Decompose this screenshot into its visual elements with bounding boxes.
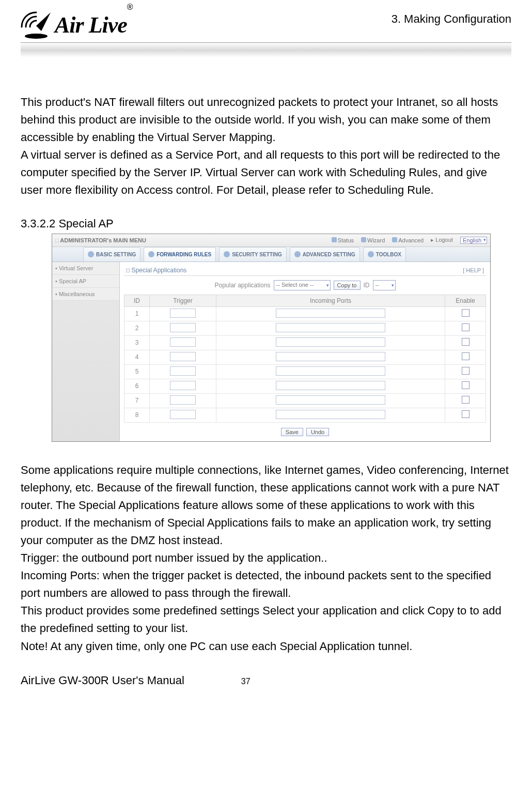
tab-icon (224, 251, 230, 257)
after-paragraph-4: This product provides some predefined se… (21, 602, 511, 637)
tab-icon (88, 251, 94, 257)
paragraph-1: This product's NAT firewall filters out … (21, 94, 511, 146)
topbar-status[interactable]: Status (332, 237, 354, 243)
main-tabs: BASIC SETTING FORWARDING RULES SECURITY … (52, 247, 490, 262)
enable-checkbox[interactable] (462, 367, 470, 375)
topbar-advanced[interactable]: Advanced (392, 237, 424, 243)
special-app-table: ID Trigger Incoming Ports Enable 1234567… (124, 295, 486, 423)
tab-forwarding-rules[interactable]: FORWARDING RULES (144, 247, 216, 261)
after-paragraph-3: Incoming Ports: when the trigger packet … (21, 567, 511, 602)
sidebar: • Virtual Server • Special AP • Miscella… (52, 262, 120, 441)
screenshot-frame: □ ADMINISTRATOR's MAIN MENU Status Wizar… (52, 234, 491, 442)
paragraph-2: A virtual server is defined as a Service… (21, 146, 511, 199)
enable-checkbox[interactable] (462, 396, 470, 404)
logo-reg: ® (127, 3, 133, 11)
cell-id: 3 (124, 335, 150, 350)
language-select[interactable]: English (460, 237, 487, 244)
popular-select[interactable]: -- Select one -- (274, 280, 331, 290)
tab-advanced-setting[interactable]: ADVANCED SETTING (290, 247, 360, 261)
chapter-title: 3. Making Configuration (392, 10, 511, 26)
col-enable: Enable (445, 295, 486, 306)
incoming-input[interactable] (276, 395, 385, 405)
after-paragraph-1: Some applications require multiple conne… (21, 461, 511, 549)
topbar-wizard[interactable]: Wizard (361, 237, 385, 243)
logo-text: Air Live (55, 12, 127, 38)
table-row: 5 (124, 364, 486, 379)
enable-checkbox[interactable] (462, 410, 470, 418)
incoming-input[interactable] (276, 410, 385, 419)
col-id: ID (124, 295, 150, 306)
tab-basic-setting[interactable]: BASIC SETTING (83, 247, 140, 261)
footer-manual: AirLive GW-300R User's Manual (21, 674, 184, 687)
col-incoming: Incoming Ports (216, 295, 445, 306)
enable-checkbox[interactable] (462, 323, 470, 331)
enable-checkbox[interactable] (462, 338, 470, 346)
admin-title: ADMINISTRATOR's MAIN MENU (60, 237, 146, 243)
trigger-input[interactable] (170, 366, 196, 376)
trigger-input[interactable] (170, 381, 196, 390)
after-paragraph-2: Trigger: the outbound port number issued… (21, 549, 511, 567)
advanced-icon (392, 237, 397, 242)
tab-icon (368, 251, 374, 257)
section-heading: 3.3.2.2 Special AP (21, 217, 511, 230)
enable-checkbox[interactable] (462, 381, 470, 389)
incoming-input[interactable] (276, 352, 385, 361)
save-button[interactable]: Save (281, 428, 303, 436)
topbar-logout[interactable]: ▸ Logout (431, 237, 453, 243)
sidebar-item-special-ap[interactable]: • Special AP (52, 275, 119, 288)
status-icon (332, 237, 337, 242)
cell-id: 8 (124, 408, 150, 422)
tab-icon (294, 251, 301, 257)
after-paragraph-5: Note! At any given time, only one PC can… (21, 638, 511, 655)
help-link[interactable]: [ HELP ] (463, 267, 484, 273)
sidebar-item-virtual-server[interactable]: • Virtual Server (52, 262, 119, 275)
incoming-input[interactable] (276, 337, 385, 347)
trigger-input[interactable] (170, 323, 196, 332)
incoming-input[interactable] (276, 323, 385, 332)
trigger-input[interactable] (170, 395, 196, 405)
id-label: ID (364, 282, 370, 289)
trigger-input[interactable] (170, 410, 196, 419)
wizard-icon (361, 237, 366, 242)
table-row: 2 (124, 321, 486, 335)
table-row: 3 (124, 335, 486, 350)
table-row: 1 (124, 306, 486, 321)
incoming-input[interactable] (276, 381, 385, 390)
col-trigger: Trigger (150, 295, 216, 306)
cell-id: 6 (124, 379, 150, 393)
panel-title: Special Applications (132, 267, 187, 274)
copy-to-button[interactable]: Copy to (334, 281, 361, 290)
incoming-input[interactable] (276, 366, 385, 376)
tab-toolbox[interactable]: TOOLBOX (363, 247, 406, 261)
cell-id: 2 (124, 321, 150, 335)
trigger-input[interactable] (170, 337, 196, 347)
table-row: 8 (124, 408, 486, 422)
cell-id: 5 (124, 364, 150, 379)
trigger-input[interactable] (170, 352, 196, 361)
table-row: 4 (124, 350, 486, 364)
enable-checkbox[interactable] (462, 309, 470, 317)
id-select[interactable]: -- (373, 280, 396, 290)
cell-id: 7 (124, 393, 150, 408)
sidebar-item-miscellaneous[interactable]: • Miscellaneous (52, 288, 119, 301)
incoming-input[interactable] (276, 309, 385, 318)
tab-security-setting[interactable]: SECURITY SETTING (219, 247, 287, 261)
tab-icon (148, 251, 154, 257)
svg-point-0 (25, 34, 48, 39)
table-row: 7 (124, 393, 486, 408)
admin-topbar: □ ADMINISTRATOR's MAIN MENU Status Wizar… (52, 234, 490, 247)
footer-page: 37 (241, 677, 251, 686)
enable-checkbox[interactable] (462, 352, 470, 360)
header-divider (21, 42, 511, 57)
table-row: 6 (124, 379, 486, 393)
logo: Air Live® (21, 10, 133, 39)
main-panel: □ Special Applications [ HELP ] Popular … (120, 262, 490, 441)
undo-button[interactable]: Undo (306, 428, 329, 436)
logo-icon (21, 10, 52, 39)
cell-id: 1 (124, 306, 150, 321)
trigger-input[interactable] (170, 309, 196, 318)
cell-id: 4 (124, 350, 150, 364)
popular-label: Popular applications (215, 282, 271, 289)
